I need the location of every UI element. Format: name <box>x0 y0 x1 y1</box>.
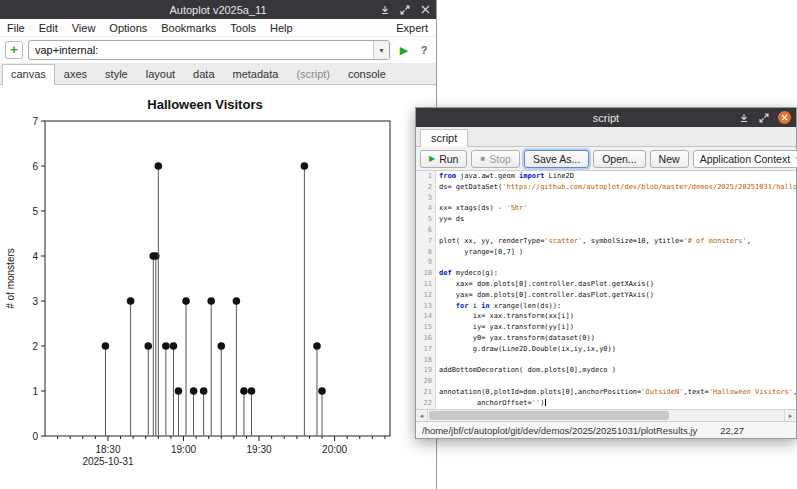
uri-combobox[interactable]: vap+internal: ▾ <box>28 40 390 60</box>
go-button[interactable]: ▶ <box>396 42 412 58</box>
minimize-icon[interactable] <box>738 112 750 124</box>
tab-axes[interactable]: axes <box>55 64 96 84</box>
code-text: plot( xx, yy, renderType='scatter', symb… <box>436 236 796 247</box>
line-number: 9 <box>416 257 436 268</box>
menu-bookmarks[interactable]: Bookmarks <box>154 19 223 36</box>
desktop: { "colors": { "titlebar": "#37373b", "cl… <box>0 0 797 489</box>
open-button[interactable]: Open... <box>593 150 645 168</box>
code-line[interactable]: 2ds= getDataSet('https://github.com/auto… <box>416 182 796 193</box>
scroll-left-icon[interactable]: ◂ <box>416 410 428 421</box>
svg-text:3: 3 <box>32 296 38 307</box>
menu-options[interactable]: Options <box>102 19 154 36</box>
svg-text:2025-10-31: 2025-10-31 <box>82 456 134 467</box>
code-text: yax= dom.plots[0].controller.dasPlot.get… <box>436 290 796 301</box>
code-line[interactable]: 18 <box>416 355 796 366</box>
horizontal-scrollbar[interactable]: ◂ ▸ <box>416 409 796 421</box>
code-line[interactable]: 13 for i in xrange(len(ds)): <box>416 301 796 312</box>
tab-script[interactable]: (script) <box>287 64 339 84</box>
maximize-icon[interactable] <box>758 112 770 124</box>
code-text: yrange=[0,7] ) <box>436 247 796 258</box>
code-line[interactable]: 20 <box>416 376 796 387</box>
code-line[interactable]: 8 yrange=[0,7] ) <box>416 247 796 258</box>
code-line[interactable]: 6 <box>416 225 796 236</box>
tab-data[interactable]: data <box>184 64 223 84</box>
add-plot-button[interactable]: + <box>5 41 23 59</box>
stop-button[interactable]: ■ Stop <box>471 150 519 168</box>
code-line[interactable]: 1from java.awt.geom import Line2D <box>416 171 796 182</box>
code-lines[interactable]: 1from java.awt.geom import Line2D2ds= ge… <box>416 171 796 409</box>
autoplot-window: Autoplot v2025a_11 FileEditViewOptionsBo… <box>0 0 437 489</box>
menu-tools[interactable]: Tools <box>223 19 263 36</box>
inspect-button[interactable]: ? <box>416 42 432 58</box>
scrollbar-thumb[interactable] <box>429 411 669 420</box>
code-line[interactable]: 5yy= ds <box>416 214 796 225</box>
chevron-down-icon[interactable]: ▾ <box>373 41 389 59</box>
line-number: 15 <box>416 322 436 333</box>
run-icon: ▶ <box>429 154 435 163</box>
close-icon[interactable] <box>778 111 791 124</box>
save-as-button[interactable]: Save As... <box>524 150 589 168</box>
file-path: /home/jbf/ct/autoplot/git/dev/demos/2025… <box>422 425 697 436</box>
code-line[interactable]: 17 g.draw(Line2D.Double(ix,iy,ix,y0)) <box>416 344 796 355</box>
code-line[interactable]: 19addBottomDecoration( dom.plots[0],myde… <box>416 365 796 376</box>
code-line[interactable]: 14 ix= xax.transform(xx[i]) <box>416 311 796 322</box>
text-cursor <box>545 399 546 406</box>
code-text: g.draw(Line2D.Double(ix,iy,ix,y0)) <box>436 344 796 355</box>
new-button[interactable]: New <box>650 150 689 168</box>
code-text: xax= dom.plots[0].controller.dasPlot.get… <box>436 279 796 290</box>
svg-text:19:00: 19:00 <box>171 444 196 455</box>
autoplot-titlebar[interactable]: Autoplot v2025a_11 <box>0 0 436 19</box>
code-line[interactable]: 9 <box>416 257 796 268</box>
svg-text:18:30: 18:30 <box>95 444 120 455</box>
code-text <box>436 225 796 236</box>
close-icon[interactable] <box>419 4 431 16</box>
uri-input[interactable]: vap+internal: <box>29 44 373 56</box>
svg-text:20:00: 20:00 <box>322 444 347 455</box>
code-line[interactable]: 15 iy= yax.transform(yy[i]) <box>416 322 796 333</box>
window-title: Autoplot v2025a_11 <box>169 4 266 16</box>
maximize-icon[interactable] <box>399 4 411 16</box>
tab-metadata[interactable]: metadata <box>224 64 288 84</box>
code-line[interactable]: 22 anchorOffset='') <box>416 398 796 409</box>
code-line[interactable]: 10def mydeco(g): <box>416 268 796 279</box>
run-button[interactable]: ▶ Run <box>420 150 467 168</box>
code-editor[interactable]: 1from java.awt.geom import Line2D2ds= ge… <box>416 171 796 421</box>
menu-file[interactable]: File <box>0 19 32 36</box>
code-line[interactable]: 21annotation(0,plotId=dom.plots[0],ancho… <box>416 387 796 398</box>
tab-layout[interactable]: layout <box>137 64 184 84</box>
code-text: anchorOffset='') <box>436 398 796 409</box>
line-number: 10 <box>416 268 436 279</box>
code-line[interactable]: 4xx= xtags(ds) - '5hr' <box>416 203 796 214</box>
tab-canvas[interactable]: canvas <box>2 64 55 85</box>
code-line[interactable]: 11 xax= dom.plots[0].controller.dasPlot.… <box>416 279 796 290</box>
plot-canvas[interactable]: 0123456718:3019:0019:3020:002025-10-31# … <box>0 109 410 484</box>
menu-edit[interactable]: Edit <box>32 19 65 36</box>
script-toolbar: ▶ Run ■ Stop Save As... Open... New Appl… <box>416 147 796 171</box>
scroll-right-icon[interactable]: ▸ <box>784 410 796 421</box>
svg-text:# of monsters: # of monsters <box>5 248 16 309</box>
svg-text:4: 4 <box>32 251 38 262</box>
line-number: 18 <box>416 355 436 366</box>
code-line[interactable]: 12 yax= dom.plots[0].controller.dasPlot.… <box>416 290 796 301</box>
code-text: for i in xrange(len(ds)): <box>436 301 796 312</box>
menu-view[interactable]: View <box>65 19 103 36</box>
menu-help[interactable]: Help <box>263 19 300 36</box>
tab-script[interactable]: script <box>420 129 468 147</box>
svg-text:19:30: 19:30 <box>247 444 272 455</box>
cursor-position: 22,27 <box>720 425 744 436</box>
tab-style[interactable]: style <box>96 64 137 84</box>
script-editor-window: script script ▶ Run ■ Stop Save As... <box>415 107 797 439</box>
svg-text:5: 5 <box>32 206 38 217</box>
minimize-icon[interactable] <box>379 4 391 16</box>
script-titlebar[interactable]: script <box>416 108 796 127</box>
context-select[interactable]: Application Context ▾ <box>693 150 797 168</box>
code-text: addBottomDecoration( dom.plots[0],mydeco… <box>436 365 796 376</box>
code-line[interactable]: 16 y0= yax.transform(dataset(0)) <box>416 333 796 344</box>
script-status-bar: /home/jbf/ct/autoplot/git/dev/demos/2025… <box>416 421 796 438</box>
expert-mode-label[interactable]: Expert <box>396 22 428 34</box>
tab-console[interactable]: console <box>339 64 395 84</box>
line-number: 5 <box>416 214 436 225</box>
code-line[interactable]: 3 <box>416 193 796 204</box>
line-number: 19 <box>416 365 436 376</box>
code-line[interactable]: 7plot( xx, yy, renderType='scatter', sym… <box>416 236 796 247</box>
